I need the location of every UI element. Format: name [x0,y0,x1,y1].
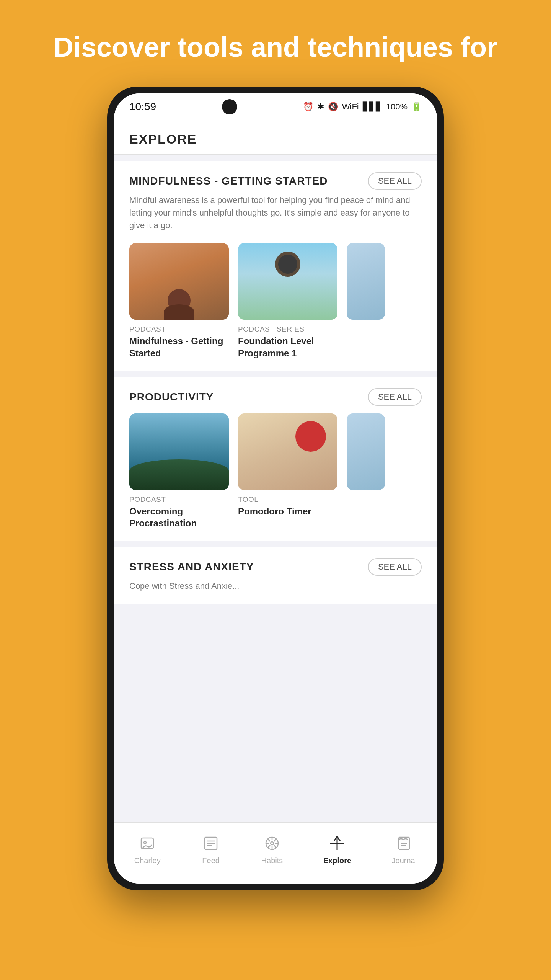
signal-icon: ▋▋▋ [363,102,382,112]
productivity-see-all-button[interactable]: SEE ALL [368,388,422,406]
nav-item-explore[interactable]: Explore [323,833,351,865]
productivity-section: PRODUCTIVITY SEE ALL PODCAST Overcoming … [114,377,437,541]
svg-line-14 [274,839,276,841]
mindfulness-cards-row: PODCAST Mindfulness - Getting Started PO… [114,239,437,359]
mute-icon: 🔇 [328,102,338,112]
productivity-section-title: PRODUCTIVITY [129,391,214,403]
card-image-partial [347,243,385,320]
page-headline: Discover tools and techniques for [8,0,543,87]
card-type-prod-2: TOOL [238,495,337,504]
status-time: 10:59 [129,101,156,113]
alarm-icon: ⏰ [303,102,313,112]
habits-icon [262,833,282,853]
stress-section-header: STRESS AND ANXIETY SEE ALL [114,558,437,580]
card-type-prod-1: PODCAST [129,495,229,504]
card-title-2: Foundation Level Programme 1 [238,335,337,359]
card-productivity-1[interactable]: PODCAST Overcoming Procrastination [129,413,229,529]
status-bar: 10:59 ⏰ ✱ 🔇 WiFi ▋▋▋ 100% 🔋 [114,93,437,120]
svg-line-13 [274,845,276,848]
stress-description: Cope with Stress and Anxie... [114,580,437,600]
card-productivity-3-partial [347,413,385,529]
phone-screen: 10:59 ⏰ ✱ 🔇 WiFi ▋▋▋ 100% 🔋 EXPLORE MIND… [114,93,437,884]
mindfulness-description: Mindful awareness is a powerful tool for… [114,194,437,239]
app-header: EXPLORE [114,120,437,155]
feed-label: Feed [202,856,220,865]
card-image-timer [238,413,337,490]
card-type-2: PODCAST SERIES [238,325,337,333]
svg-point-1 [144,841,146,844]
productivity-section-header: PRODUCTIVITY SEE ALL [114,388,437,410]
card-image-mountain [129,413,229,490]
wifi-icon: WiFi [342,102,359,112]
mindfulness-section: MINDFULNESS - GETTING STARTED SEE ALL Mi… [114,161,437,370]
card-mindfulness-2[interactable]: PODCAST SERIES Foundation Level Programm… [238,243,337,359]
explore-icon [327,833,347,853]
svg-line-15 [268,845,270,848]
card-image-partial-2 [347,413,385,490]
explore-nav-label: Explore [323,856,351,865]
nav-item-habits[interactable]: Habits [261,833,283,865]
status-icons: ⏰ ✱ 🔇 WiFi ▋▋▋ 100% 🔋 [303,102,422,112]
svg-point-7 [271,842,274,845]
habits-label: Habits [261,856,283,865]
card-title-1: Mindfulness - Getting Started [129,335,229,359]
feed-icon [201,833,221,853]
app-content[interactable]: EXPLORE MINDFULNESS - GETTING STARTED SE… [114,120,437,822]
card-title-prod-1: Overcoming Procrastination [129,505,229,529]
productivity-cards-row: PODCAST Overcoming Procrastination TOOL … [114,410,437,529]
bottom-navigation: Charley Feed [114,822,437,884]
card-title-prod-2: Pomodoro Timer [238,505,337,517]
journal-icon [394,833,414,853]
battery-text: 100% [386,102,408,112]
card-image-person [238,243,337,320]
nav-item-charley[interactable]: Charley [134,833,161,865]
camera-dot [222,99,237,114]
card-productivity-2[interactable]: TOOL Pomodoro Timer [238,413,337,529]
mindfulness-see-all-button[interactable]: SEE ALL [368,172,422,190]
card-type-1: PODCAST [129,325,229,333]
card-mindfulness-3-partial [347,243,385,359]
journal-label: Journal [392,856,417,865]
charley-icon [137,833,157,853]
mindfulness-section-header: MINDFULNESS - GETTING STARTED SEE ALL [114,172,437,194]
card-mindfulness-1[interactable]: PODCAST Mindfulness - Getting Started [129,243,229,359]
nav-item-journal[interactable]: Journal [392,833,417,865]
mindfulness-section-title: MINDFULNESS - GETTING STARTED [129,175,328,187]
card-image-stones [129,243,229,320]
stress-section: STRESS AND ANXIETY SEE ALL Cope with Str… [114,547,437,604]
explore-title: EXPLORE [129,132,197,146]
phone-frame: 10:59 ⏰ ✱ 🔇 WiFi ▋▋▋ 100% 🔋 EXPLORE MIND… [107,87,444,890]
battery-icon: 🔋 [411,102,422,112]
nav-item-feed[interactable]: Feed [201,833,221,865]
svg-line-12 [268,839,270,841]
charley-label: Charley [134,856,161,865]
stress-section-title: STRESS AND ANXIETY [129,561,254,573]
bluetooth-icon: ✱ [317,102,324,112]
stress-see-all-button[interactable]: SEE ALL [368,558,422,576]
